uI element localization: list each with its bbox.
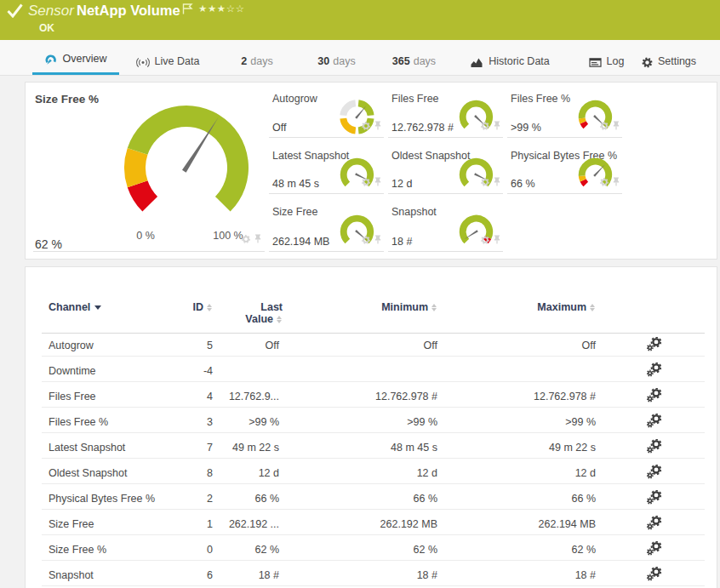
tab-number: 365 xyxy=(392,55,410,67)
sort-icon xyxy=(590,304,596,311)
table-row[interactable]: Downtime-4 xyxy=(42,357,705,382)
cell-minimum: 48 m 45 s xyxy=(391,442,437,454)
cell-id: 5 xyxy=(207,340,213,351)
cell-id: 0 xyxy=(207,544,213,556)
col-header-id[interactable]: ID xyxy=(193,301,214,313)
tab-log[interactable]: Log xyxy=(577,40,636,75)
gauge-value: >99 % xyxy=(511,122,541,134)
table-row[interactable]: Autogrow5OffOffOff xyxy=(42,334,705,357)
cell-maximum: 66 % xyxy=(572,493,597,505)
cell-maximum: 12.762.978 # xyxy=(534,391,596,402)
tab-label: Live Data xyxy=(155,55,200,67)
tab-live-data[interactable]: Live Data xyxy=(126,40,209,75)
gauge-icon xyxy=(44,54,57,66)
channel-settings-gears-icon[interactable] xyxy=(647,439,660,453)
channel-settings-gears-icon[interactable] xyxy=(647,541,660,555)
pin-icon[interactable] xyxy=(493,174,501,190)
pin-icon[interactable] xyxy=(493,232,501,248)
gear-icon[interactable] xyxy=(600,174,609,190)
primary-gauge-title: Size Free % xyxy=(35,93,99,106)
pin-icon[interactable] xyxy=(493,118,501,134)
gauge-cell-files-free-pct: Files Free %>99 % xyxy=(507,83,622,138)
cell-channel: Autogrow xyxy=(49,340,94,351)
gear-icon[interactable] xyxy=(481,174,489,190)
priority-stars[interactable]: ★★★☆☆ xyxy=(198,3,245,14)
gauge-cell-latest-snapshot: Latest Snapshot48 m 45 s xyxy=(269,138,384,194)
gauge-value: 48 m 45 s xyxy=(272,178,319,190)
broadcast-icon xyxy=(136,57,150,68)
table-row[interactable]: Size Free1262.192 ...262.192 MB262.194 M… xyxy=(42,510,705,535)
cell-channel: Size Free % xyxy=(49,544,106,556)
cell-maximum: 12 d xyxy=(575,467,596,479)
gear-icon[interactable] xyxy=(600,118,609,134)
gauge-cell-oldest-snapshot: Oldest Snapshot12 d xyxy=(388,138,503,194)
table-row[interactable]: Files Free %3>99 %>99 %>99 % xyxy=(42,408,705,433)
col-header-maximum[interactable]: Maximum xyxy=(537,301,596,313)
pin-icon[interactable] xyxy=(254,231,262,247)
table-header-row: ChannelIDLastValueMinimumMaximum xyxy=(42,267,705,334)
cell-last-value: 12.762.9... xyxy=(229,391,279,402)
tab-label: days xyxy=(250,55,272,67)
pin-icon[interactable] xyxy=(612,118,620,134)
tab-settings[interactable]: Settings xyxy=(628,40,710,75)
cell-id: 7 xyxy=(207,442,213,454)
gear-icon[interactable] xyxy=(481,232,489,248)
tab-historic-data[interactable]: Historic Data xyxy=(460,40,560,75)
gear-icon[interactable] xyxy=(362,118,370,134)
channel-settings-gears-icon[interactable] xyxy=(647,567,660,580)
primary-gauge-min-label: 0 % xyxy=(129,230,163,242)
pin-icon[interactable] xyxy=(374,232,382,248)
channel-settings-gears-icon[interactable] xyxy=(647,465,660,478)
gauge-value: 12.762.978 # xyxy=(391,122,454,134)
cell-minimum: 12 d xyxy=(417,467,437,479)
pin-icon[interactable] xyxy=(374,174,382,190)
tab-30-days[interactable]: 30days xyxy=(305,40,369,75)
table-row[interactable]: Size Free %062 %62 %62 % xyxy=(42,535,705,561)
tab-2-days[interactable]: 2days xyxy=(228,40,286,75)
sort-icon xyxy=(207,304,213,311)
cell-last-value: 12 d xyxy=(259,467,279,479)
cell-maximum: 62 % xyxy=(572,544,597,556)
table-row[interactable]: Snapshot618 #18 #18 # xyxy=(42,561,705,586)
table-row[interactable]: Latest Snapshot749 m 22 s48 m 45 s49 m 2… xyxy=(42,433,705,459)
cell-id: 3 xyxy=(207,416,213,428)
col-header-channel[interactable]: Channel xyxy=(49,301,101,313)
gear-icon[interactable] xyxy=(362,174,370,190)
tab-bar: OverviewLive Data2days30days365daysHisto… xyxy=(0,40,720,76)
cell-minimum: >99 % xyxy=(407,416,437,428)
channel-settings-gears-icon[interactable] xyxy=(647,388,660,402)
cell-maximum: >99 % xyxy=(565,416,596,428)
channel-settings-gears-icon[interactable] xyxy=(647,337,660,351)
col-header-minimum[interactable]: Minimum xyxy=(381,301,437,313)
channel-settings-gears-icon[interactable] xyxy=(647,516,660,529)
gear-icon[interactable] xyxy=(362,232,370,248)
tab-365-days[interactable]: 365days xyxy=(379,40,449,75)
tab-overview[interactable]: Overview xyxy=(32,40,119,75)
sort-desc-icon xyxy=(94,305,101,310)
gauge-value: 66 % xyxy=(511,178,535,190)
tab-label: Log xyxy=(607,55,625,67)
sort-icon xyxy=(277,316,283,323)
cell-last-value: 262.192 ... xyxy=(229,518,279,530)
col-header-last-value[interactable]: LastValue xyxy=(245,301,283,325)
table-row[interactable]: Files Free412.762.9...12.762.978 #12.762… xyxy=(42,382,705,408)
gauge-value: 18 # xyxy=(391,236,412,248)
gauge-cell-size-free: Size Free262.194 MB xyxy=(269,194,384,252)
tab-label: days xyxy=(414,55,436,67)
cell-maximum: 18 # xyxy=(575,569,596,581)
gear-icon[interactable] xyxy=(242,231,250,247)
cell-channel: Size Free xyxy=(49,518,94,530)
flag-icon[interactable] xyxy=(182,3,193,14)
table-row[interactable]: Physical Bytes Free %266 %66 %66 % xyxy=(42,484,705,510)
cell-last-value: 18 # xyxy=(259,569,279,581)
tab-label: days xyxy=(333,55,355,67)
pin-icon[interactable] xyxy=(612,174,620,190)
channel-settings-gears-icon[interactable] xyxy=(647,363,660,376)
pin-icon[interactable] xyxy=(374,118,382,134)
area-chart-icon xyxy=(470,57,483,68)
channel-settings-gears-icon[interactable] xyxy=(647,414,660,427)
gear-icon[interactable] xyxy=(481,118,489,134)
channel-settings-gears-icon[interactable] xyxy=(647,490,660,504)
table-row[interactable]: Oldest Snapshot812 d12 d12 d xyxy=(42,459,705,484)
cell-channel: Files Free % xyxy=(49,416,108,428)
